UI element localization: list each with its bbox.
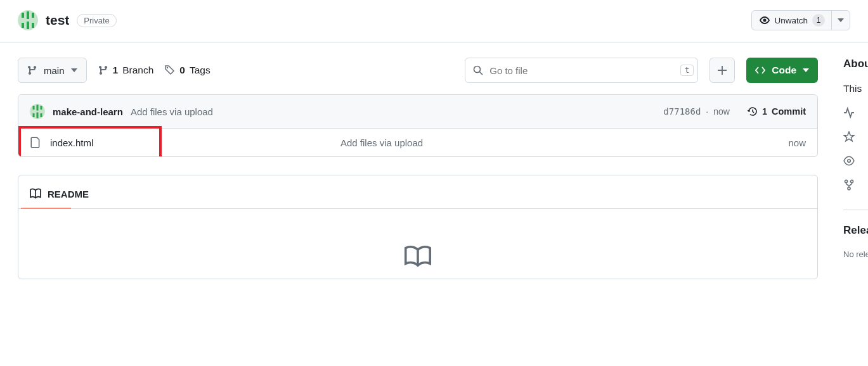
svg-point-5 <box>850 180 853 182</box>
file-name[interactable]: index.html <box>50 137 93 148</box>
readme-body <box>18 209 817 279</box>
owner-avatar[interactable] <box>18 10 38 30</box>
file-commit-message[interactable]: Add files via upload <box>340 137 788 148</box>
code-icon <box>755 65 765 75</box>
svg-point-0 <box>167 67 169 69</box>
code-label: Code <box>772 65 796 76</box>
plus-icon <box>717 65 727 75</box>
watch-count: 1 <box>812 14 825 27</box>
file-time: now <box>788 137 806 148</box>
triangle-down-icon <box>803 68 809 72</box>
branch-count: 1 <box>113 65 119 76</box>
file-icon <box>30 136 41 149</box>
repo-title-group: test Private <box>18 10 117 30</box>
triangle-down-icon <box>838 18 844 22</box>
tags-link[interactable]: 0 Tags <box>165 65 210 76</box>
branch-select-button[interactable]: main <box>18 58 87 83</box>
readme-tab-label: README <box>48 189 89 199</box>
eye-icon[interactable] <box>843 155 855 167</box>
commit-author-avatar[interactable] <box>30 104 45 119</box>
book-icon <box>404 244 432 267</box>
git-branch-icon <box>27 65 37 75</box>
branches-link[interactable]: 1 Branch <box>98 65 154 76</box>
last-commit-row: make-and-learn Add files via upload d771… <box>18 95 817 129</box>
tag-icon <box>165 65 175 75</box>
eye-icon <box>760 15 770 25</box>
watch-label: Unwatch <box>774 16 808 25</box>
search-icon <box>473 65 483 75</box>
add-file-button[interactable] <box>709 58 735 83</box>
branch-name: main <box>44 65 65 76</box>
files-panel: make-and-learn Add files via upload d771… <box>18 94 818 157</box>
commit-time: now <box>713 106 730 117</box>
search-input[interactable] <box>489 65 674 76</box>
file-row[interactable]: index.html Add files via upload now <box>18 129 817 156</box>
tag-count: 0 <box>179 65 185 76</box>
tag-label: Tags <box>190 65 211 76</box>
repo-name[interactable]: test <box>46 13 69 28</box>
history-icon <box>748 106 758 117</box>
fork-icon[interactable] <box>843 179 855 191</box>
search-kbd-hint: t <box>680 65 694 76</box>
star-icon[interactable] <box>843 131 855 142</box>
watch-dropdown-button[interactable] <box>831 11 850 30</box>
watch-button-group: Unwatch 1 <box>751 10 850 30</box>
commit-count-num: 1 <box>762 106 767 117</box>
svg-point-3 <box>848 160 851 163</box>
code-button[interactable]: Code <box>746 58 818 83</box>
activity-icon[interactable] <box>843 107 855 118</box>
readme-tabbar: README <box>18 175 817 209</box>
git-branch-icon <box>98 65 108 75</box>
releases-text: No releases <box>843 249 868 259</box>
triangle-down-icon <box>71 68 77 72</box>
repo-toolbar: main 1 Branch 0 Tags t <box>18 58 818 83</box>
commit-author[interactable]: make-and-learn <box>53 106 123 117</box>
svg-line-2 <box>480 72 483 75</box>
svg-point-4 <box>845 180 847 182</box>
svg-point-1 <box>474 66 481 73</box>
releases-heading: Releases <box>843 224 868 237</box>
repo-header: test Private Unwatch 1 <box>0 0 868 42</box>
commit-count-label: Commit <box>772 106 806 117</box>
about-text: This <box>843 83 868 94</box>
readme-panel: README <box>18 175 818 279</box>
commit-sep: · <box>706 106 708 117</box>
commit-message[interactable]: Add files via upload <box>131 106 213 117</box>
commits-link[interactable]: 1 Commit <box>748 106 806 117</box>
svg-point-6 <box>848 187 850 190</box>
go-to-file-search[interactable]: t <box>465 58 698 83</box>
readme-tab[interactable]: README <box>30 182 95 208</box>
visibility-badge: Private <box>77 14 116 27</box>
branch-label: Branch <box>122 65 153 76</box>
about-heading: About <box>843 58 868 70</box>
commit-hash[interactable]: d77186d <box>663 106 701 117</box>
repo-sidebar: About This Releases No releases <box>818 42 868 279</box>
book-icon <box>30 188 41 199</box>
unwatch-button[interactable]: Unwatch 1 <box>752 14 831 27</box>
